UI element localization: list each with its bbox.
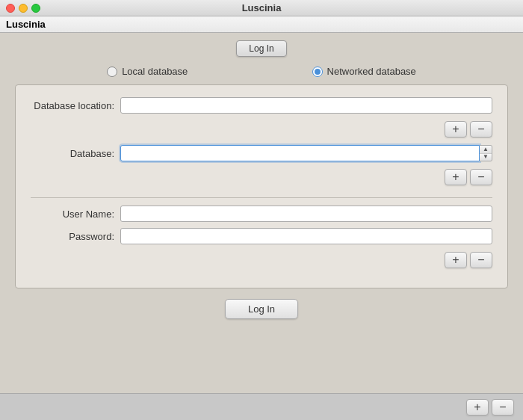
- remove-location-button[interactable]: −: [470, 121, 492, 138]
- btn-row-2: + −: [31, 169, 492, 185]
- add-database-button[interactable]: +: [445, 169, 467, 185]
- database-location-row: Database location:: [31, 97, 492, 114]
- form-panel: Database location: + − Database: ▲ ▼ + −: [15, 84, 508, 288]
- divider: [31, 197, 492, 198]
- local-database-radio[interactable]: [107, 67, 117, 77]
- bottom-bar: + −: [0, 393, 523, 420]
- add-location-button[interactable]: +: [445, 121, 467, 138]
- remove-credentials-button[interactable]: −: [470, 252, 492, 268]
- btn-row-3: + −: [31, 252, 492, 268]
- window-content: Log In Local database Networked database…: [0, 33, 523, 393]
- add-credentials-button[interactable]: +: [445, 252, 467, 268]
- bottom-login-button[interactable]: Log In: [225, 299, 298, 319]
- database-spinner: ▲ ▼: [480, 145, 492, 161]
- menu-bar: Luscinia: [0, 16, 523, 33]
- app-name: Luscinia: [6, 19, 46, 30]
- password-row: Password:: [31, 228, 492, 244]
- minimize-button[interactable]: [19, 4, 28, 13]
- title-bar: Luscinia: [0, 0, 523, 16]
- local-database-option[interactable]: Local database: [107, 66, 188, 77]
- bottom-add-button[interactable]: +: [466, 399, 489, 416]
- radio-row: Local database Networked database: [15, 66, 508, 77]
- database-spinner-container: ▲ ▼: [120, 145, 492, 161]
- database-spinner-down[interactable]: ▼: [480, 154, 492, 161]
- local-database-label: Local database: [122, 66, 188, 77]
- maximize-button[interactable]: [31, 4, 40, 13]
- networked-database-label: Networked database: [327, 66, 416, 77]
- traffic-lights: [6, 4, 40, 13]
- database-label: Database:: [31, 148, 120, 159]
- database-row: Database: ▲ ▼: [31, 145, 492, 161]
- username-row: User Name:: [31, 206, 492, 222]
- bottom-remove-button[interactable]: −: [492, 399, 514, 416]
- btn-row-1: + −: [31, 121, 492, 138]
- window-title: Luscinia: [242, 2, 282, 13]
- username-input[interactable]: [120, 206, 492, 222]
- database-location-input[interactable]: [120, 97, 492, 114]
- database-input[interactable]: [120, 145, 480, 161]
- top-login-button[interactable]: Log In: [236, 40, 286, 57]
- database-spinner-up[interactable]: ▲: [480, 146, 492, 154]
- networked-database-option[interactable]: Networked database: [312, 66, 416, 77]
- password-input[interactable]: [120, 228, 492, 244]
- close-button[interactable]: [6, 4, 15, 13]
- password-label: Password:: [31, 231, 120, 242]
- remove-database-button[interactable]: −: [470, 169, 492, 185]
- username-label: User Name:: [31, 209, 120, 220]
- networked-database-radio[interactable]: [312, 67, 323, 77]
- database-location-label: Database location:: [31, 100, 120, 111]
